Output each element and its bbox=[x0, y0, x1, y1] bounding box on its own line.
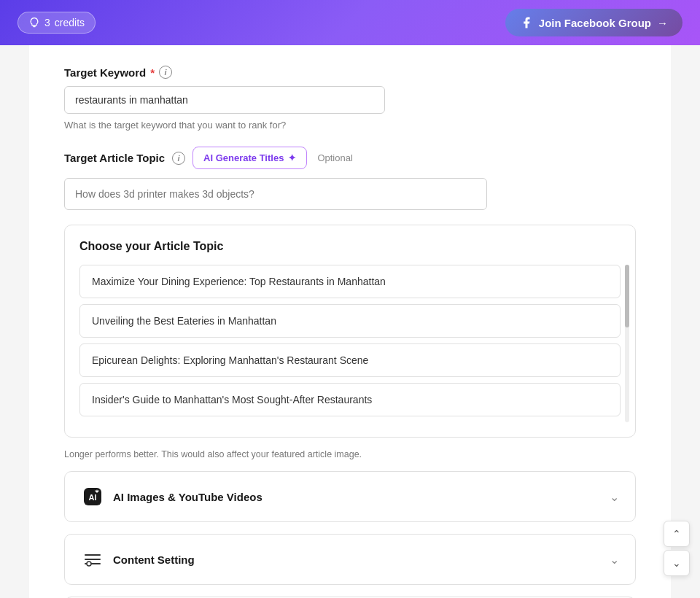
ai-images-icon: AI bbox=[81, 485, 104, 508]
topic-input-wrapper[interactable] bbox=[64, 178, 487, 210]
sparkle-icon: ✦ bbox=[288, 152, 296, 163]
content-setting-chevron: ⌄ bbox=[610, 553, 619, 567]
longer-performs-text: Longer performs better. This would also … bbox=[64, 449, 636, 459]
topic-label: Target Article Topic bbox=[64, 152, 165, 164]
scrollbar-thumb bbox=[625, 265, 629, 327]
topic-list-container: Maximize Your Dining Experience: Top Res… bbox=[79, 265, 621, 422]
credits-button[interactable]: 3 credits bbox=[18, 12, 96, 34]
join-arrow: → bbox=[657, 17, 668, 29]
choose-topic-title: Choose your Article Topic bbox=[79, 240, 621, 253]
ai-generate-label: AI Generate Titles bbox=[203, 152, 284, 163]
content-setting-left: Content Setting bbox=[81, 548, 195, 571]
target-keyword-info-icon[interactable]: i bbox=[159, 66, 172, 79]
credits-count: 3 bbox=[44, 17, 50, 28]
target-article-topic-section: Target Article Topic i AI Generate Title… bbox=[64, 147, 636, 459]
topic-list-item[interactable]: Insider's Guide to Manhattan's Most Soug… bbox=[79, 383, 621, 416]
content-setting-icon bbox=[81, 548, 104, 571]
ai-images-section[interactable]: AI AI Images & YouTube Videos ⌄ bbox=[64, 471, 636, 522]
topic-list-item[interactable]: Unveiling the Best Eateries in Manhattan bbox=[79, 304, 621, 338]
join-facebook-button[interactable]: Join Facebook Group → bbox=[505, 9, 682, 36]
content-setting-label: Content Setting bbox=[113, 554, 195, 566]
svg-text:AI: AI bbox=[89, 493, 97, 502]
scroll-down-button[interactable]: ⌄ bbox=[664, 550, 690, 576]
topic-list-item[interactable]: Maximize Your Dining Experience: Top Res… bbox=[79, 265, 621, 298]
join-facebook-label: Join Facebook Group bbox=[539, 17, 651, 29]
target-keyword-input[interactable] bbox=[64, 86, 385, 114]
optional-label: Optional bbox=[317, 152, 352, 163]
target-keyword-label: Target Keyword * i bbox=[64, 66, 636, 79]
target-keyword-helper: What is the target keyword that you want… bbox=[64, 120, 636, 131]
choose-topic-box: Choose your Article Topic Maximize Your … bbox=[64, 225, 636, 438]
target-keyword-section: Target Keyword * i What is the target ke… bbox=[64, 66, 636, 131]
topic-list: Maximize Your Dining Experience: Top Res… bbox=[79, 265, 621, 422]
facebook-icon bbox=[520, 16, 533, 29]
scrollbar-track bbox=[625, 265, 629, 422]
ai-images-label: AI Images & YouTube Videos bbox=[113, 491, 262, 503]
scroll-controls: ⌃ ⌄ bbox=[664, 521, 690, 576]
content-setting-section[interactable]: Content Setting ⌄ bbox=[64, 534, 636, 585]
topic-input[interactable] bbox=[75, 188, 476, 200]
topic-info-icon[interactable]: i bbox=[172, 152, 185, 165]
svg-point-5 bbox=[87, 562, 91, 566]
scroll-up-button[interactable]: ⌃ bbox=[664, 521, 690, 547]
bulb-icon bbox=[28, 17, 40, 28]
ai-generate-button[interactable]: AI Generate Titles ✦ bbox=[192, 147, 307, 169]
ai-images-left: AI AI Images & YouTube Videos bbox=[81, 485, 262, 508]
required-star: * bbox=[150, 66, 155, 79]
topic-label-row: Target Article Topic i AI Generate Title… bbox=[64, 147, 636, 169]
ai-images-chevron: ⌄ bbox=[610, 490, 619, 504]
topic-list-item[interactable]: Epicurean Delights: Exploring Manhattan'… bbox=[79, 343, 621, 377]
header-bar: 3 credits Join Facebook Group → bbox=[0, 0, 700, 45]
main-content: Target Keyword * i What is the target ke… bbox=[29, 45, 671, 598]
credits-label: credits bbox=[55, 17, 85, 28]
